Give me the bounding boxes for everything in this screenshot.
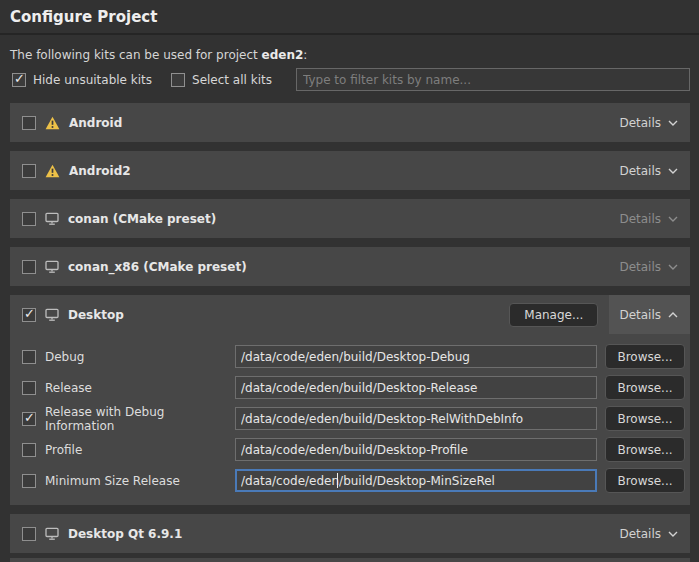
browse-button[interactable]: Browse... [605,406,685,431]
build-dir-wrap [235,407,597,430]
config-label: Minimum Size Release [45,474,180,488]
details-label: Details [619,116,661,130]
build-dir-wrap [235,438,597,461]
details-toggle: Details [609,247,690,286]
warning-icon [45,116,60,130]
page-title: Configure Project [10,8,689,26]
details-label: Details [619,212,661,226]
page-header: Configure Project [0,0,699,35]
hide-unsuitable-label: Hide unsuitable kits [33,73,152,87]
config-checkbox-label[interactable]: Release [22,381,235,395]
build-dir-wrap [235,469,597,492]
config-row-debug: Debug Browse... [22,341,685,372]
desktop-icon [45,308,59,321]
config-checkbox-label[interactable]: Debug [22,350,235,364]
details-label: Details [619,260,661,274]
config-checkbox-label[interactable]: Profile [22,443,235,457]
chevron-up-icon [668,312,678,318]
checkbox-icon[interactable] [171,73,185,87]
chevron-down-icon [668,216,678,222]
config-label: Debug [45,350,84,364]
warning-icon [45,164,60,178]
details-label: Details [619,527,661,541]
kit-row-conan-cmake-preset: conan (CMake preset) Details [10,199,690,238]
kit-panel-conan-x86-cmake-preset: conan_x86 (CMake preset) Details [10,247,690,286]
kit-panel-android: Android Details [10,103,690,142]
config-label: Profile [45,443,82,457]
details-label: Details [619,164,661,178]
kit-row-desktop: Desktop Manage... Details [10,295,690,334]
text-caret [337,473,338,488]
kit-checkbox[interactable] [22,212,36,226]
config-checkbox[interactable] [22,412,36,426]
config-checkbox[interactable] [22,443,36,457]
kit-name: conan (CMake preset) [68,212,216,226]
chevron-down-icon [668,531,678,537]
browse-button[interactable]: Browse... [605,437,685,462]
desktop-icon [45,260,59,273]
desktop-icon [45,212,59,225]
build-dir-wrap [235,376,597,399]
manage-button[interactable]: Manage... [509,303,598,327]
config-checkbox[interactable] [22,350,36,364]
select-all-checkbox[interactable]: Select all kits [171,73,272,87]
build-dir-input[interactable] [235,376,597,399]
kit-row-conan-x86-cmake-preset: conan_x86 (CMake preset) Details [10,247,690,286]
configure-project-page: Configure Project The following kits can… [0,0,699,562]
config-checkbox-label[interactable]: Minimum Size Release [22,474,235,488]
kit-panel-conan-cmake-preset: conan (CMake preset) Details [10,199,690,238]
intro-prefix: The following kits can be used for proje… [10,48,262,62]
kit-checkbox[interactable] [22,260,36,274]
details-label: Details [619,308,661,322]
build-dir-input[interactable] [235,345,597,368]
project-name: eden2 [262,48,304,62]
build-dir-input[interactable] [235,438,597,461]
config-row-profile: Profile Browse... [22,434,685,465]
chevron-down-icon [668,264,678,270]
kit-name: conan_x86 (CMake preset) [68,260,247,274]
config-row-release-with-debug-information: Release with Debug Information Browse... [22,403,685,434]
kit-panel-desktop: Desktop Manage... Details Debug Browse..… [10,295,690,505]
config-row-release: Release Browse... [22,372,685,403]
select-all-label: Select all kits [192,73,272,87]
config-checkbox[interactable] [22,474,36,488]
config-checkbox-label[interactable]: Release with Debug Information [22,405,235,433]
build-dir-input[interactable] [235,469,597,492]
build-dir-input[interactable] [235,407,597,430]
kit-name: Desktop [68,308,124,322]
config-checkbox[interactable] [22,381,36,395]
details-toggle[interactable]: Details [609,514,690,553]
intro-text: The following kits can be used for proje… [10,48,689,62]
next-kit-row-partial [10,558,690,562]
config-label: Release [45,381,92,395]
details-toggle[interactable]: Details [609,295,690,334]
details-toggle: Details [609,199,690,238]
kit-checkbox[interactable] [22,527,36,541]
config-row-minimum-size-release: Minimum Size Release Browse... [22,465,685,496]
kit-row-android: Android Details [10,103,690,142]
kit-name: Android [69,116,122,130]
build-config-list: Debug Browse... Release Browse... Releas… [10,334,690,505]
chevron-down-icon [668,168,678,174]
chevron-down-icon [668,120,678,126]
desktop-icon [45,527,59,540]
browse-button[interactable]: Browse... [605,375,685,400]
kit-list: Android Details Android2 Details [10,103,690,553]
hide-unsuitable-checkbox[interactable]: Hide unsuitable kits [12,73,152,87]
kit-checkbox[interactable] [22,116,36,130]
kit-row-android2: Android2 Details [10,151,690,190]
kit-checkbox[interactable] [22,164,36,178]
details-toggle[interactable]: Details [609,151,690,190]
checkbox-icon[interactable] [12,73,26,87]
intro-suffix: : [303,48,307,62]
kit-checkbox[interactable] [22,308,36,322]
kit-row-desktop-qt-6-9-1: Desktop Qt 6.9.1 Details [10,514,690,553]
kit-name: Android2 [69,164,131,178]
details-toggle[interactable]: Details [609,103,690,142]
browse-button[interactable]: Browse... [605,344,685,369]
kit-panel-desktop-qt-6-9-1: Desktop Qt 6.9.1 Details [10,514,690,553]
browse-button[interactable]: Browse... [605,468,685,493]
build-dir-wrap [235,345,597,368]
kit-filter-input[interactable] [296,68,690,91]
filter-bar: Hide unsuitable kits Select all kits [12,68,690,91]
